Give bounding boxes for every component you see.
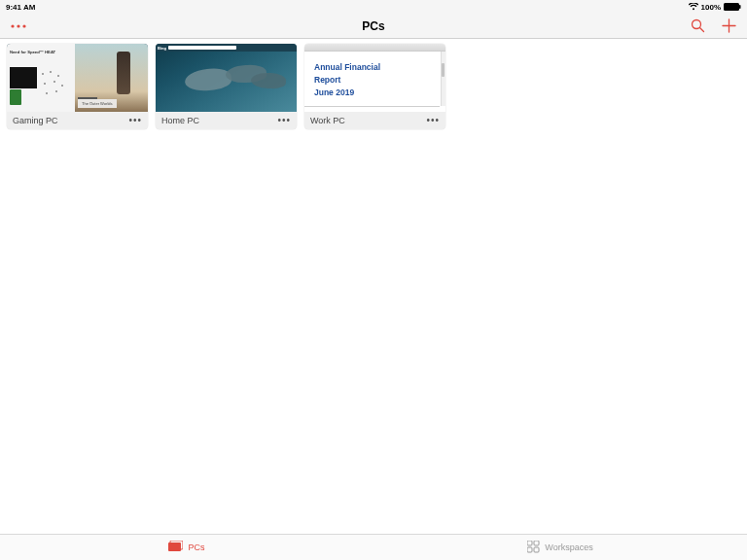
wifi-icon (689, 3, 698, 11)
pc-label: Home PC (161, 116, 199, 125)
svg-rect-11 (527, 541, 532, 545)
svg-rect-1 (739, 5, 741, 9)
pc-thumb-home: Bing (156, 44, 297, 112)
svg-point-2 (11, 24, 14, 27)
thumb-text: Bing (158, 46, 166, 51)
pc-card-bar: Gaming PC ••• (7, 112, 148, 129)
svg-rect-13 (527, 547, 532, 552)
nav-right (679, 18, 737, 35)
thumb-text: Need for Speed™ HEAT (10, 50, 55, 54)
tab-workspaces[interactable]: Workspaces (374, 535, 747, 560)
tab-pcs[interactable]: PCs (0, 535, 374, 560)
add-button[interactable] (720, 18, 737, 35)
battery-icon (724, 3, 741, 11)
more-button[interactable] (10, 18, 27, 35)
search-button[interactable] (689, 18, 706, 35)
svg-rect-14 (534, 547, 539, 552)
pc-card-work[interactable]: Annual Financial Report June 2019 Work P… (304, 44, 445, 129)
pc-card-bar: Work PC ••• (304, 112, 445, 129)
svg-rect-12 (534, 541, 539, 545)
pc-more-button[interactable]: ••• (426, 116, 440, 125)
status-right: 100% (689, 3, 741, 12)
svg-rect-0 (724, 3, 739, 11)
battery-percent: 100% (701, 3, 721, 12)
thumb-text: The Outer Worlds (78, 99, 117, 108)
pc-card-home[interactable]: Bing Home PC ••• (156, 44, 297, 129)
nav-left (10, 18, 68, 35)
pc-more-button[interactable]: ••• (128, 116, 142, 125)
pc-thumb-work: Annual Financial Report June 2019 (304, 44, 445, 112)
svg-point-3 (17, 24, 19, 27)
pc-card-bar: Home PC ••• (156, 112, 297, 129)
pc-thumb-gaming: Need for Speed™ HEAT The Outer Worlds (7, 44, 148, 112)
svg-rect-10 (168, 542, 181, 551)
pc-card-gaming[interactable]: Need for Speed™ HEAT The Outer Worlds Ga… (7, 44, 148, 129)
svg-line-6 (699, 28, 703, 32)
thumb-doc-text: Annual Financial Report June 2019 (314, 61, 436, 98)
tab-label: PCs (188, 542, 204, 552)
nav-bar: PCs (0, 14, 747, 39)
status-bar: 9:41 AM 100% (0, 0, 747, 14)
svg-point-4 (22, 24, 25, 27)
tab-label: Workspaces (545, 542, 592, 552)
page-title: PCs (68, 19, 679, 33)
tab-bar: PCs Workspaces (0, 534, 747, 560)
pc-more-button[interactable]: ••• (277, 116, 291, 125)
status-time: 9:41 AM (6, 3, 35, 12)
pc-label: Work PC (310, 116, 345, 125)
workspaces-icon (527, 541, 540, 555)
pc-grid: Need for Speed™ HEAT The Outer Worlds Ga… (0, 39, 747, 534)
pc-icon (168, 541, 183, 554)
pc-label: Gaming PC (13, 116, 58, 125)
